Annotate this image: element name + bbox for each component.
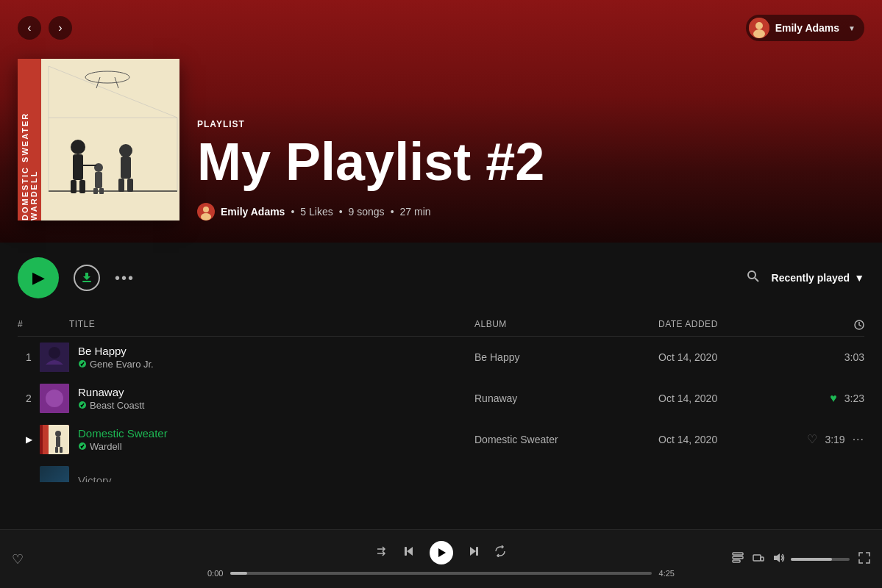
svg-marker-49 [470,547,476,556]
player-play-button[interactable] [430,541,453,564]
playlist-info: PLAYLIST My Playlist #2 Emily Adams • 5 … [197,119,864,220]
svg-point-28 [748,271,755,279]
svg-rect-12 [127,179,133,192]
playlist-type-label: PLAYLIST [197,119,864,129]
svg-point-35 [46,390,63,407]
more-options-button[interactable]: ••• [115,270,135,287]
svg-marker-48 [438,548,446,557]
table-row[interactable]: ▶ WARDELL Domestic Sweater Wardell [18,419,864,460]
next-button[interactable] [468,545,480,560]
devices-button[interactable] [753,552,764,566]
previous-button[interactable] [403,545,415,560]
track-info: Domestic Sweater Wardell [69,427,474,452]
repeat-button[interactable] [494,545,506,560]
liked-icon: ♥ [830,392,837,405]
recently-played-button[interactable]: Recently played ▼ [772,272,864,284]
track-duration: 3:03 [844,351,864,363]
track-list: # TITLE ALBUM DATE ADDED 1 Be Happy Gene… [0,313,882,482]
track-info: Be Happy Gene Evaro Jr. [69,345,474,370]
play-button[interactable]: ▶ [18,257,59,298]
track-album: Runaway [474,392,658,404]
user-profile[interactable]: Emily Adams ▼ [746,15,864,41]
track-actions: 3:03 [805,351,864,363]
clock-icon [805,319,864,330]
track-actions: ♥ 3:23 [805,392,864,405]
svg-rect-42 [56,437,60,447]
avatar [749,18,769,38]
player-center: 0:00 4:25 [207,541,675,578]
svg-rect-11 [118,179,124,192]
svg-rect-10 [121,157,131,179]
playlist-likes: 5 Likes [300,206,332,218]
user-name: Emily Adams [775,22,839,34]
volume-fill [791,558,832,561]
svg-rect-47 [405,547,407,556]
svg-point-2 [753,29,765,38]
fullscreen-button[interactable] [858,552,870,566]
nav-buttons: ‹ › [18,16,72,40]
player-right [686,552,870,566]
table-row[interactable]: 2 Runaway Beast Coastt Runaway Oct 14, 2… [18,378,864,419]
track-list-header: # TITLE ALBUM DATE ADDED [18,313,864,337]
svg-point-1 [755,22,763,29]
album-art-drawing [41,59,179,220]
track-artist: Gene Evaro Jr. [78,359,474,370]
volume-track[interactable] [791,558,850,561]
svg-rect-50 [476,547,478,556]
track-info: Runaway Beast Coastt [69,386,474,411]
shuffle-button[interactable] [377,545,388,560]
svg-point-13 [94,163,103,172]
playlist-meta: Emily Adams • 5 Likes • 9 songs • 27 min [197,203,864,220]
svg-point-9 [119,144,132,157]
track-title: Runaway [78,386,474,398]
svg-marker-46 [407,547,413,556]
back-button[interactable]: ‹ [18,16,41,40]
svg-point-32 [49,347,60,359]
track-artist: Beast Coastt [78,400,474,411]
svg-line-29 [755,278,758,282]
playlist-duration: 27 min [400,206,431,218]
volume-icon[interactable] [773,552,785,566]
download-button[interactable] [74,265,100,291]
playlist-header: DOMESTIC SWEATER WARDELL [0,44,882,243]
track-number: ▶ [18,434,40,445]
forward-button[interactable]: › [49,16,72,40]
page-title: My Playlist #2 [197,135,864,188]
like-button[interactable]: ♡ [807,432,817,446]
svg-point-26 [201,213,211,220]
top-nav: ‹ › Emily Adams ▼ [0,0,882,44]
track-more-button[interactable]: ··· [853,433,864,446]
player-left: ♡ [12,551,196,567]
track-number: 2 [18,392,40,404]
playlist-songs: 9 songs [349,206,385,218]
owner-avatar [197,203,215,220]
table-row[interactable]: 1 Be Happy Gene Evaro Jr. Be Happy Oct 1… [18,337,864,378]
svg-rect-7 [71,180,77,193]
queue-button[interactable] [732,552,744,566]
svg-rect-14 [95,172,102,188]
track-date-added: Oct 14, 2020 [658,392,805,404]
track-number: 1 [18,351,40,363]
svg-marker-56 [774,553,780,562]
track-thumbnail: WARDELL [40,425,69,454]
progress-track[interactable] [230,572,651,575]
chevron-down-icon: ▼ [848,24,856,32]
player-like-button[interactable]: ♡ [12,551,24,567]
col-num: # [18,319,40,330]
col-date-added: DATE ADDED [658,319,805,330]
svg-rect-44 [60,447,63,453]
search-button[interactable] [747,270,760,287]
playlist-owner: Emily Adams [221,206,285,218]
controls-area: ▶ ••• Recently played ▼ [0,243,882,313]
track-thumbnail [40,343,69,372]
svg-rect-52 [733,556,743,559]
current-time: 0:00 [207,569,223,578]
track-album: Domestic Sweater [474,434,658,445]
table-row: Victory [18,460,864,482]
album-art-strip: DOMESTIC SWEATER WARDELL [18,59,41,220]
svg-point-41 [55,431,61,437]
svg-rect-51 [733,553,743,555]
track-title: Domestic Sweater [78,427,474,440]
svg-point-5 [71,140,85,154]
volume-area [773,552,850,566]
